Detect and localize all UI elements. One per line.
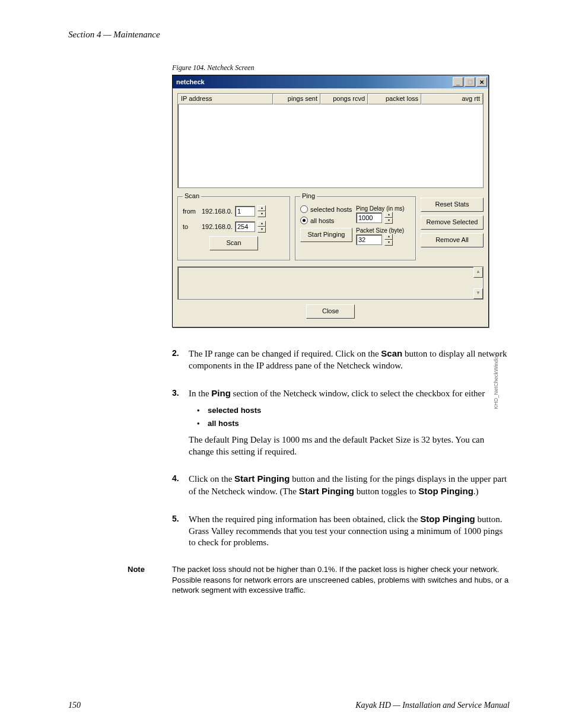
image-side-tag: KHD_NetCheckWindow	[492, 158, 500, 384]
bullet: selected hosts	[197, 405, 510, 415]
ping-group: Ping selected hosts all hosts	[295, 196, 416, 260]
packet-size-value[interactable]: 32	[356, 234, 382, 245]
scan-button[interactable]: Scan	[209, 236, 258, 250]
remove-all-button[interactable]: Remove All	[421, 233, 484, 247]
text: The default Ping Delay is 1000 ms and th…	[189, 434, 510, 458]
close-window-button[interactable]: ✕	[476, 77, 487, 87]
step-3: 3. In the Ping section of the Netcheck w…	[172, 387, 510, 464]
scroll-down-icon[interactable]: ▼	[473, 288, 483, 299]
netcheck-window: KHD_NetCheckWindow netcheck _ ☐ ✕ IP add…	[172, 75, 489, 328]
step-number: 2.	[172, 348, 189, 378]
packet-size-spinner[interactable]: ▴▾	[384, 234, 393, 246]
step-2: 2. The IP range can be changed if requir…	[172, 348, 510, 378]
scan-from-label: from	[183, 208, 199, 215]
reset-stats-button[interactable]: Reset Stats	[421, 198, 484, 212]
text: section of the Netcheck window, click to…	[231, 389, 485, 398]
remove-selected-button[interactable]: Remove Selected	[421, 215, 484, 230]
bold: Start Pinging	[299, 486, 354, 496]
figure-caption: Figure 104. Netcheck Screen	[172, 63, 510, 72]
scan-to-ip: 192.168.0.	[202, 223, 233, 230]
bold: Stop Pinging	[420, 514, 475, 524]
start-pinging-button[interactable]: Start Pinging	[300, 228, 352, 242]
col-rcvd[interactable]: pongs rcvd	[320, 94, 368, 104]
side-buttons: Reset Stats Remove Selected Remove All	[421, 194, 484, 260]
note-body: The packet loss should not be higher tha…	[172, 564, 510, 596]
step-number: 5.	[172, 513, 189, 555]
text: .)	[473, 487, 479, 496]
log-box: ▲ ▼	[177, 266, 484, 300]
radio-selected-label: selected hosts	[310, 206, 352, 213]
scan-from-spinner[interactable]: ▴▾	[257, 205, 266, 217]
scan-legend: Scan	[183, 192, 201, 199]
ping-legend: Ping	[300, 192, 317, 199]
col-loss[interactable]: packet loss	[368, 94, 421, 104]
text: button toggles to	[354, 487, 418, 496]
text: In the	[189, 389, 211, 398]
bold: Stop Pinging	[418, 486, 473, 496]
running-header: Section 4 — Maintenance	[68, 30, 510, 40]
step-4: 4. Click on the Start Pinging button and…	[172, 473, 510, 504]
step-number: 3.	[172, 387, 189, 464]
scan-to-value[interactable]: 254	[235, 221, 255, 232]
scan-group: Scan from 192.168.0. 1 ▴▾ to 192.168.0. …	[177, 196, 290, 260]
close-button[interactable]: Close	[306, 304, 355, 319]
page-footer: 150 Kayak HD — Installation and Service …	[68, 701, 510, 710]
step-number: 4.	[172, 473, 189, 504]
log-scrollbar[interactable]: ▲ ▼	[473, 267, 483, 299]
text: The IP range can be changed if required.…	[189, 349, 381, 358]
maximize-button[interactable]: ☐	[465, 77, 475, 87]
bold: Start Pinging	[234, 473, 290, 484]
text: When the required ping information has b…	[189, 514, 420, 524]
book-title: Kayak HD — Installation and Service Manu…	[355, 701, 510, 710]
scan-from-ip: 192.168.0.	[202, 208, 233, 215]
radio-all-label: all hosts	[310, 217, 334, 224]
bullet: all hosts	[197, 418, 510, 428]
bold: Scan	[381, 348, 402, 358]
results-listview[interactable]: IP address pings sent pongs rcvd packet …	[177, 93, 484, 188]
page-number: 150	[68, 701, 81, 710]
packet-size-label: Packet Size (byte)	[356, 227, 411, 234]
note-block: Note The packet loss should not be highe…	[128, 564, 510, 596]
scroll-up-icon[interactable]: ▲	[473, 267, 483, 278]
ping-delay-value[interactable]: 1000	[356, 212, 382, 223]
ping-delay-spinner[interactable]: ▴▾	[384, 212, 393, 224]
scan-from-value[interactable]: 1	[235, 206, 255, 217]
minimize-button[interactable]: _	[453, 77, 463, 87]
radio-all-hosts[interactable]	[300, 217, 308, 224]
radio-selected-hosts[interactable]	[300, 205, 308, 213]
col-ip[interactable]: IP address	[178, 94, 273, 104]
window-title: netcheck	[176, 78, 205, 85]
scan-to-label: to	[183, 223, 199, 230]
text: Click on the	[189, 474, 234, 484]
scan-to-spinner[interactable]: ▴▾	[257, 221, 266, 233]
listview-header: IP address pings sent pongs rcvd packet …	[178, 94, 483, 104]
note-label: Note	[128, 564, 172, 596]
bold: Ping	[211, 388, 231, 398]
ping-delay-label: Ping Delay (in ms)	[356, 205, 411, 212]
window-titlebar: netcheck _ ☐ ✕	[173, 75, 488, 88]
step-5: 5. When the required ping information ha…	[172, 513, 510, 555]
col-sent[interactable]: pings sent	[273, 94, 320, 104]
col-rtt[interactable]: avg rtt	[421, 94, 483, 104]
